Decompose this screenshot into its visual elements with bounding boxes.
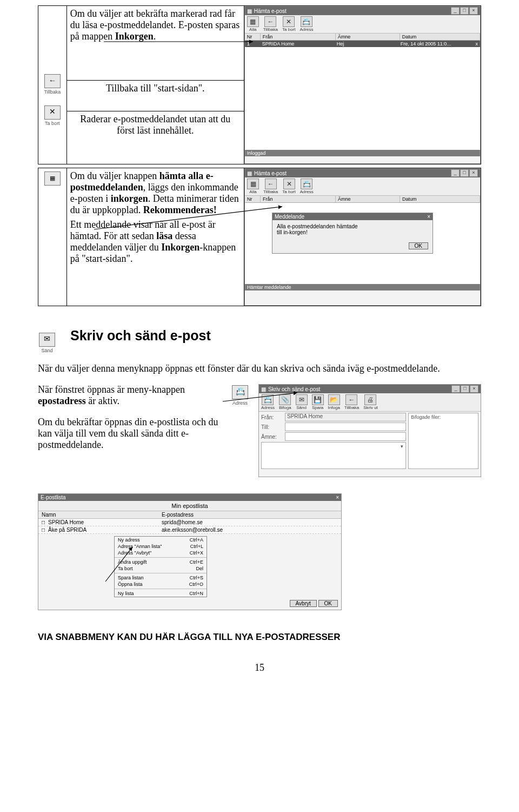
tb-bifoga: 📎Bifoga — [279, 394, 291, 410]
menu-item-save-list[interactable]: Spara listanCtrl+S — [115, 575, 207, 581]
window-controls: _□× — [450, 169, 478, 177]
tb-tillbaka: ←Tillbaka — [263, 16, 278, 32]
para-4: Om du väljer knappen hämta alla e-postme… — [70, 170, 241, 216]
menu-item-delete[interactable]: Ta bortDel — [115, 565, 207, 572]
menu-item-open-list[interactable]: Öppna listaCtrl+O — [115, 581, 207, 587]
list-header: Nr Från Ämne Datum — [245, 34, 480, 41]
menu-shortcut: Ctrl+A — [190, 537, 203, 543]
tb-label: Adress — [261, 405, 275, 410]
icon-column: ← Tillbaka ✕ Ta bort — [38, 6, 67, 164]
page-number: 15 — [38, 662, 481, 674]
message-body[interactable]: ▾ — [261, 442, 406, 469]
tb-adress: 📇Adress — [261, 394, 275, 410]
cell-name: □Åke på SPRIDA — [38, 526, 158, 533]
cell-addr: ake.eriksson@orebroll.se — [158, 526, 226, 533]
menu-label: Ny adress — [118, 537, 140, 543]
insert-icon: 📂 — [328, 394, 340, 405]
attachments-label: Bifogade filer: — [411, 414, 441, 420]
tb-label: Alla — [249, 189, 256, 194]
to-label: Till: — [261, 424, 285, 430]
to-input[interactable] — [285, 422, 406, 431]
col-subject: Ämne — [336, 196, 400, 202]
send-heading-row: ✉ Sänd Skriv och sänd e-post — [38, 309, 481, 353]
text-bold: läsa — [156, 230, 172, 241]
menu-separator — [115, 557, 207, 558]
list-caption: Min epostlista — [38, 501, 341, 511]
menu-shortcut: Ctrl+S — [190, 575, 203, 580]
close-icon: × — [336, 494, 339, 500]
tb-label: Ta bort — [282, 189, 295, 194]
menu-label: Ny lista — [118, 591, 134, 596]
menu-separator — [115, 589, 207, 589]
para-5: Ett meddelande visar när all e-post är h… — [70, 219, 241, 265]
menu-item-address-cancel[interactable]: Adress "Avbryt"Ctrl+X — [115, 550, 207, 556]
tb-skrivut: 🖨Skriv ut — [363, 394, 378, 410]
screenshot-cell-1: ▦Hämta e-post _□× ▦Alla ←Tillbaka ✕Ta bo… — [244, 6, 481, 164]
menu-label: Ändra uppgift — [118, 559, 147, 565]
menu-label: Adress "Avbryt" — [118, 550, 151, 556]
subject-input[interactable] — [285, 432, 406, 441]
list-row: □SPRIDA Home sprida@home.se — [38, 519, 341, 526]
delete-x-icon: ✕ — [283, 179, 295, 189]
text-bold: Inkorgen — [115, 31, 154, 42]
window-title-text: Skriv och sänd e-post — [268, 386, 320, 392]
tb-tillbaka: ←Tillbaka — [344, 394, 359, 410]
compose-text-col: När fönstret öppnas är meny-knappen epos… — [38, 384, 222, 460]
col-subject: Ämne — [336, 34, 400, 40]
text-bold: Rekommenderas! — [143, 204, 217, 215]
window-titlebar: E-postlista × — [38, 494, 341, 501]
from-label: Från: — [261, 414, 285, 420]
tb-label: Alla — [249, 27, 256, 32]
print-icon: 🖨 — [364, 394, 376, 405]
text: SPRIDA Home — [45, 519, 87, 526]
menu-shortcut: Ctrl+X — [190, 550, 203, 556]
window-title-text: E-postlista — [41, 494, 66, 500]
from-value: SPRIDA Home — [285, 413, 406, 421]
menu-item-edit[interactable]: Ändra uppgiftCtrl+E — [115, 559, 207, 565]
cell: 1 — [245, 41, 260, 47]
compose-row: När fönstret öppnas är meny-knappen epos… — [38, 384, 481, 477]
col-nr: Nr — [245, 196, 261, 202]
tb-tillbaka: ←Tillbaka — [263, 179, 278, 194]
back-label: Tillbaka — [42, 89, 63, 95]
para-7: När fönstret öppnas är meny-knappen epos… — [38, 384, 222, 407]
cell-name: □SPRIDA Home — [38, 519, 158, 526]
menu-label: Adress "Annan lista" — [118, 544, 162, 549]
list-header: Nr Från Ämne Datum — [245, 196, 480, 203]
tb-sand: ✉Sänd — [296, 394, 308, 410]
app-icon: ▦ — [247, 8, 252, 14]
window-hamta-epost-1: ▦Hämta e-post _□× ▦Alla ←Tillbaka ✕Ta bo… — [244, 6, 481, 164]
menu-item-other-list[interactable]: Adress "Annan lista"Ctrl+L — [115, 543, 207, 550]
window-controls: _□× — [450, 7, 478, 15]
dialog-line-2: till in-korgen! — [277, 229, 428, 235]
ok-button[interactable]: OK — [409, 242, 428, 249]
menu-label: Ta bort — [118, 566, 133, 571]
cancel-button[interactable]: Avbryt — [290, 600, 317, 607]
para-1: Om du väljer att bekräfta markerad rad f… — [66, 6, 244, 81]
col-address: E-postadress — [158, 511, 197, 518]
attach-icon: 📎 — [279, 394, 291, 405]
address-icon: 📇 — [301, 179, 312, 189]
col-date: Datum — [400, 196, 480, 202]
menu-item-new-list[interactable]: Ny listaCtrl+N — [115, 590, 207, 597]
all-icon: ▦ — [247, 179, 259, 189]
toolbar: ▦Alla ←Tillbaka ✕Ta bort 📇Adress — [245, 15, 480, 34]
para-8: Om du bekräftar öppnas din e-postlista o… — [38, 417, 222, 451]
ok-button[interactable]: OK — [318, 600, 338, 607]
send-mail-icon: ✉ — [39, 333, 55, 347]
text: När fönstret öppnas är meny-knappen — [38, 384, 185, 395]
compose-body: Från: SPRIDA Home Till: Ämne: ▾ — [259, 412, 481, 470]
menu-item-new-address[interactable]: Ny adressCtrl+A — [115, 537, 207, 543]
app-icon: ▦ — [261, 386, 266, 392]
status-bar: Hämtar meddelande — [245, 284, 480, 291]
section-table-2: ▦ Om du väljer knappen hämta alla e-post… — [38, 168, 481, 306]
window-titlebar: ▦Hämta e-post _□× — [245, 169, 480, 177]
subject-field: Ämne: — [261, 432, 406, 441]
tb-label: Adress — [300, 189, 314, 194]
attachments-box: Bifogade filer: — [408, 413, 478, 469]
para-3: Raderar e-postmeddelandet utan att du fö… — [66, 111, 244, 164]
fetch-all-icon: ▦ — [44, 171, 61, 186]
col-from: Från — [261, 34, 336, 40]
minimize-icon: _ — [451, 169, 460, 177]
send-label: Sänd — [38, 348, 56, 353]
